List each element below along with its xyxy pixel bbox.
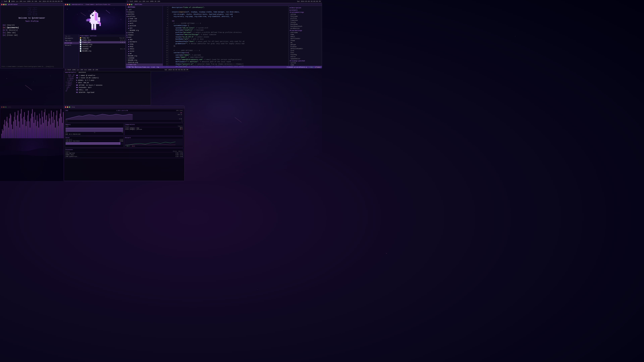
file-row[interactable]: 📁 Temp-dir Top-dir xyxy=(79,37,126,39)
code-max-btn[interactable] xyxy=(131,4,132,5)
outline-bootmode[interactable]: bootMode xyxy=(288,23,322,25)
sysmon-max-btn[interactable] xyxy=(69,106,70,108)
outline-bootmount[interactable]: bootMountPath xyxy=(288,25,322,27)
file-row-install-sh[interactable]: 📄 install.sh xyxy=(79,45,126,48)
outline-theme[interactable]: theme xyxy=(288,40,322,42)
sysmon-min-btn[interactable] xyxy=(67,106,68,108)
cpu-header: CPU 1.53 1.14 0.78 CPU like xyxy=(66,110,183,111)
outline-browser[interactable]: browser xyxy=(288,46,322,48)
tree-outputs[interactable]: ▼ outputs xyxy=(126,11,163,13)
tree-profiles[interactable]: ▼ profiles xyxy=(126,15,163,17)
code-close-btn[interactable] xyxy=(127,4,128,5)
tree-themes[interactable]: ▶ themes xyxy=(126,34,163,36)
tree-wm[interactable]: ▶ wm xyxy=(126,52,163,55)
tree-readme-prof[interactable]: • README.org xyxy=(126,29,163,31)
temp-device-edge: card0 (amdgpu): edge xyxy=(125,127,139,129)
file-row-install-org[interactable]: 📄 install.org xyxy=(79,43,126,45)
outline-description-header[interactable]: ▶ description xyxy=(288,6,322,9)
tree-user[interactable]: ▼ user xyxy=(126,36,163,38)
outline-hostname[interactable]: hostname xyxy=(288,15,322,17)
tree-git[interactable]: ▶ .git xyxy=(126,8,163,11)
outline-font[interactable]: font xyxy=(288,52,322,54)
tree-readme-root[interactable]: • README.org xyxy=(126,55,163,57)
sysmon-close-btn[interactable] xyxy=(65,106,66,108)
outline-nixpkgs-header[interactable]: ▼ nixpkgs-patched xyxy=(288,60,322,62)
browser-close-btn[interactable] xyxy=(1,4,2,5)
nav-quickmarks[interactable]: [b] [Quickmarks] xyxy=(3,26,61,29)
code-min-btn[interactable] xyxy=(129,4,130,5)
proc-emacs-cpu: 0.28 xyxy=(176,154,178,156)
net-title: Network xyxy=(125,137,183,138)
outline-fontpkg[interactable]: fontPkg xyxy=(288,54,322,56)
outline-defaultroam[interactable]: defaultRoamDir xyxy=(288,48,322,50)
tree-shell[interactable]: ▶ shell xyxy=(126,48,163,50)
tree-personal[interactable]: ▶ personal xyxy=(126,20,163,22)
browser-min-btn[interactable] xyxy=(3,4,4,5)
outline-grubdevice[interactable]: grubDevice xyxy=(288,27,322,29)
statusbar-mode: Producer.p/LibrePhoenix.p xyxy=(287,66,307,68)
folder-icon-system: ▶ xyxy=(126,32,128,34)
fm-max-btn[interactable] xyxy=(69,4,70,5)
outline-system-header[interactable]: ▼ systemSettings xyxy=(288,11,322,13)
outline-timezone[interactable]: timezone xyxy=(288,19,322,21)
outline-wm[interactable]: wm xyxy=(288,42,322,44)
file-row-readme[interactable]: 📄 README.org xyxy=(79,50,126,52)
nav-newtab[interactable]: [t] [New tab] xyxy=(3,31,61,34)
tree-homelab[interactable]: ▶ home lab xyxy=(126,17,163,20)
outline-name[interactable]: name xyxy=(288,34,322,36)
code-outline-panel: ▶ description ▶ outputs ▼ systemSettings… xyxy=(288,6,322,68)
svg-rect-43 xyxy=(98,21,100,23)
fm-min-btn[interactable] xyxy=(67,4,68,5)
outline-editor[interactable]: editor xyxy=(288,56,322,58)
fm-close-btn[interactable] xyxy=(65,4,66,5)
file-row-flake-nix[interactable]: 📄 flake.nix 2.26 K xyxy=(79,41,126,43)
outline-locale[interactable]: locale xyxy=(288,21,322,23)
nav-search[interactable]: [o] [Search] xyxy=(3,24,61,26)
outline-spawned[interactable]: spawnEditor xyxy=(288,58,322,60)
outline-system[interactable]: system xyxy=(288,13,322,15)
tree-flake-nix[interactable]: • flake.nix xyxy=(126,63,163,66)
tree-worklab[interactable]: ▶ worklab xyxy=(126,25,163,27)
proc-hyprland-mem: 0.4% xyxy=(180,152,183,154)
code-line-24: email = "emmet@librephoenix.com" ; # ema… xyxy=(170,59,287,61)
mem-graph xyxy=(66,127,123,132)
code-text-area[interactable]: description = "Flake of LibrePhoenix" ; … xyxy=(169,6,288,68)
outline-nix-system[interactable]: system xyxy=(288,62,322,64)
outline-dotfilesdir[interactable]: dotfilesDir xyxy=(288,38,322,40)
outline-email[interactable]: email xyxy=(288,36,322,38)
mem-time-start: 60s xyxy=(66,132,68,133)
outline-user-header[interactable]: ▼ userSettings xyxy=(288,29,322,32)
sidebar-documents[interactable]: Documents xyxy=(64,37,79,39)
file-row-flake-lock[interactable]: 📄 flake.lock 27.5 K xyxy=(79,39,126,41)
tree-style[interactable]: ▶ style xyxy=(126,50,163,52)
outline-username[interactable]: username xyxy=(288,32,322,34)
nav-closetab[interactable]: [x] [Close tab] xyxy=(3,34,61,36)
nav-history[interactable]: [S h] [History] xyxy=(3,29,61,31)
tree-readme2[interactable]: • README.org xyxy=(126,59,163,61)
tree-hardware[interactable]: ▶ hardware xyxy=(126,41,163,43)
outline-profile[interactable]: profile xyxy=(288,17,322,19)
tree-lang[interactable]: ▶ lang xyxy=(126,43,163,45)
sidebar-tmpdir[interactable]: Tmp-dir xyxy=(64,39,79,42)
outline-term[interactable]: term xyxy=(288,50,322,52)
file-row-license[interactable]: 📄 LICENSE 34.2 K xyxy=(79,48,126,50)
browser-max-btn[interactable] xyxy=(5,4,6,5)
tree-license[interactable]: • LICENSE xyxy=(126,57,163,59)
tree-app[interactable]: ▶ app xyxy=(126,38,163,41)
tree-wsl[interactable]: ▶ wsl xyxy=(126,27,163,29)
sysmon-titlebar: btop xyxy=(64,106,184,108)
tree-patches[interactable]: ▶ patches xyxy=(126,13,163,15)
sidebar-network[interactable]: Network xyxy=(64,44,79,46)
tree-system[interactable]: ▶ system xyxy=(126,31,163,34)
code-line-20: # ----- USER SETTINGS ----- # xyxy=(170,50,287,52)
outline-outputs-header[interactable]: ▶ outputs xyxy=(288,9,322,11)
proc-hyprland-cpu: 0.35 xyxy=(176,152,178,154)
tree-desktop-png[interactable]: • desktop.png xyxy=(126,61,163,63)
folder-icon-work: ▶ xyxy=(128,23,129,24)
sidebar-external[interactable]: External xyxy=(64,42,79,44)
svg-rect-47 xyxy=(86,19,88,21)
outline-wmtype[interactable]: wmType xyxy=(288,44,322,46)
tree-pkgs[interactable]: ▶ pkgs xyxy=(126,45,163,48)
tree-work[interactable]: ▶ work xyxy=(126,22,163,25)
cpu-label-r: cpu xyxy=(139,1,142,2)
